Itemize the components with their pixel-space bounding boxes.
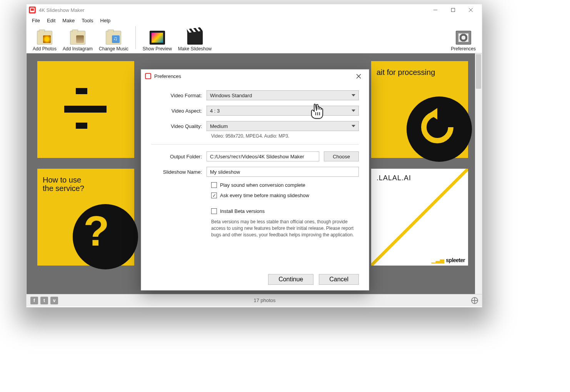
video-format-value: Windows Standard [210,93,252,98]
install-beta-label: Install Beta versions [220,208,265,214]
cancel-button[interactable]: Cancel [319,274,359,285]
titlebar: 4K Slideshow Maker [27,4,482,16]
output-folder-label: Output Folder: [151,154,207,159]
play-sound-checkbox[interactable]: Play sound when conversion complete [211,182,359,188]
add-instagram-button[interactable]: Add Instagram [60,31,96,51]
vimeo-icon[interactable]: v [50,297,58,304]
add-instagram-label: Add Instagram [63,46,93,51]
facebook-icon[interactable]: f [30,297,38,304]
video-aspect-label: Video Aspect: [151,108,207,114]
menu-help[interactable]: Help [97,17,114,24]
ask-every-time-checkbox[interactable]: Ask every time before making slideshow [211,193,359,198]
cancel-label: Cancel [329,276,348,283]
toolbar: Add Photos Add Instagram Change Music Sh… [27,25,482,53]
thumbnail-caption: ait for processing [377,68,435,76]
status-count: 17 photos [58,297,471,303]
dialog-close-button[interactable] [352,70,365,82]
svg-rect-1 [452,8,455,12]
slideshow-name-label: Slideshow Name: [151,169,207,175]
brand-label: ▁▃▅ spleeter [432,257,465,263]
toolbar-separator [135,26,136,49]
preferences-button[interactable]: Preferences [448,31,479,51]
menu-edit[interactable]: Edit [44,17,58,24]
install-beta-checkbox[interactable]: Install Beta versions [211,208,359,214]
clapperboard-icon [187,31,203,45]
folder-music-icon [106,31,121,45]
scrollbar-handle[interactable] [476,54,481,89]
thumbnail-caption: How to use the service? [43,176,84,193]
menubar: File Edit Make Tools Help [27,16,482,25]
add-photos-button[interactable]: Add Photos [30,31,60,51]
dialog-title: Preferences [154,73,352,79]
folder-photo-icon [37,31,52,45]
continue-label: Continue [278,276,303,283]
checkbox-icon [211,208,217,214]
video-quality-combo[interactable]: Medium [207,121,359,131]
beta-note-text: Beta versions may be less stable than of… [211,219,359,238]
question-icon [73,204,138,269]
thumbnail[interactable]: ait for processing [371,61,468,158]
quality-info-text: Video: 958x720, MPEG4. Audio: MP3. [211,133,359,139]
window-title: 4K Slideshow Maker [39,7,427,13]
twitter-icon[interactable]: t [40,297,48,304]
show-preview-button[interactable]: Show Preview [140,31,175,51]
maximize-button[interactable] [444,5,462,15]
choose-button[interactable]: Choose [324,151,359,161]
continue-button[interactable]: Continue [268,274,313,285]
thumbnail[interactable]: How to use the service? [37,169,134,266]
app-icon [29,7,36,13]
close-button[interactable] [462,5,480,15]
choose-label: Choose [333,154,350,159]
statusbar: f t v 17 photos [27,294,482,306]
thumbnail[interactable] [37,61,134,158]
chevron-down-icon [352,125,355,127]
dialog-app-icon [145,73,151,79]
make-slideshow-button[interactable]: Make Slideshow [175,31,215,51]
gear-icon [456,31,471,45]
preferences-label: Preferences [451,46,476,51]
globe-icon[interactable] [471,297,478,304]
show-preview-label: Show Preview [143,46,172,51]
add-photos-label: Add Photos [33,46,57,51]
change-music-button[interactable]: Change Music [96,31,132,51]
thumbnail[interactable]: .LALAL.AI ▁▃▅ spleeter [371,169,468,266]
vertical-scrollbar[interactable] [475,53,482,294]
folder-instagram-icon [70,31,85,45]
ask-every-time-label: Ask every time before making slideshow [220,193,309,198]
checkbox-icon [211,193,217,198]
chevron-down-icon [352,94,355,96]
make-slideshow-label: Make Slideshow [178,46,212,51]
change-music-label: Change Music [99,46,128,51]
video-aspect-value: 4 : 3 [210,108,220,114]
output-folder-value: C:/Users/тест/Videos/4K Slideshow Maker [210,154,304,159]
chevron-down-icon [352,110,355,112]
video-quality-value: Medium [210,123,228,129]
checkbox-icon [211,182,217,188]
preferences-dialog: Preferences Video Format: Windows Standa… [141,69,369,291]
menu-file[interactable]: File [29,17,43,24]
slideshow-name-value: My slideshow [210,169,240,175]
refresh-icon [407,96,472,162]
menu-make[interactable]: Make [59,17,78,24]
slideshow-name-input[interactable]: My slideshow [207,167,359,177]
video-aspect-combo[interactable]: 4 : 3 [207,106,359,116]
output-folder-input[interactable]: C:/Users/тест/Videos/4K Slideshow Maker [207,151,319,161]
minimize-button[interactable] [427,5,444,15]
video-format-label: Video Format: [151,93,207,98]
divider [151,144,359,145]
play-sound-label: Play sound when conversion complete [220,182,305,188]
video-format-combo[interactable]: Windows Standard [207,90,359,100]
video-quality-label: Video Quality: [151,123,207,129]
menu-tools[interactable]: Tools [78,17,96,24]
preview-icon [150,31,165,45]
